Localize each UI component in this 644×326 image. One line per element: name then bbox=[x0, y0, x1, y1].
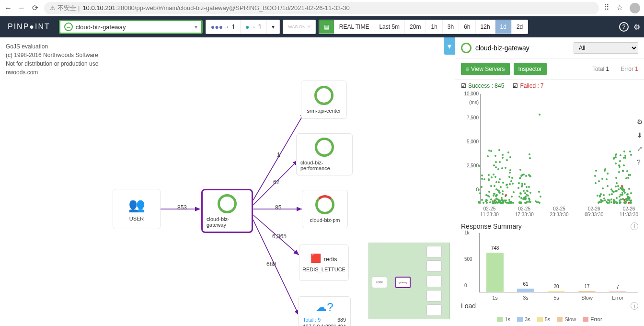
info-icon[interactable]: i bbox=[631, 222, 638, 230]
time-range-bar: ▤ REAL TIME Last 5m20m1h3h6h12h1d2d bbox=[319, 20, 529, 34]
range-2d[interactable]: 2d bbox=[512, 20, 528, 34]
star-icon[interactable]: ☆ bbox=[616, 3, 623, 13]
insecure-icon: ⚠ 不安全 | bbox=[50, 4, 80, 12]
range-3h[interactable]: 3h bbox=[443, 20, 459, 34]
side-panel: ▾ cloud-biz-gateway All ≡ View Servers I… bbox=[455, 37, 644, 326]
url-path: :28080/pp-web/#/main/cloud-biz-gateway@S… bbox=[115, 4, 350, 12]
flow-dropdown[interactable]: ▾ bbox=[267, 20, 279, 34]
was-only[interactable]: WAS ONLY bbox=[283, 20, 316, 34]
forward-icon[interactable]: → bbox=[17, 4, 26, 12]
response-bar-chart: 05001k7481s613s205s17Slow7Error bbox=[479, 233, 638, 292]
range-Last 5m[interactable]: Last 5m bbox=[374, 20, 405, 34]
response-summary-title: Response Summary bbox=[461, 222, 522, 230]
chevron-down-icon: ▾ bbox=[195, 23, 197, 30]
pinpoint-logo: PINP●INT bbox=[8, 23, 50, 31]
info-icon[interactable]: i bbox=[631, 302, 638, 310]
inspector-button[interactable]: Inspector bbox=[514, 63, 547, 75]
help-icon[interactable]: ? bbox=[619, 22, 629, 32]
browser-chrome: ← → ⟳ ⚠ 不安全 | 10.0.10.201 :28080/pp-web/… bbox=[0, 0, 644, 16]
edge-label: 85 bbox=[275, 204, 281, 211]
side-title: cloud-biz-gateway bbox=[475, 44, 529, 52]
app-selector-label: cloud-biz-gateway bbox=[76, 23, 126, 31]
range-1h[interactable]: 1h bbox=[426, 20, 442, 34]
flow-out[interactable]: ●→1 bbox=[241, 20, 267, 34]
node-srm[interactable]: srm-api-center bbox=[301, 81, 347, 119]
edge-label: 689 bbox=[266, 261, 276, 268]
range-20m[interactable]: 20m bbox=[405, 20, 426, 34]
back-icon[interactable]: ← bbox=[4, 4, 12, 12]
profile-icon[interactable] bbox=[630, 3, 640, 13]
node-user[interactable]: 👥USER bbox=[113, 189, 161, 229]
minimap[interactable]: USER gateway bbox=[368, 243, 450, 319]
app-toolbar: PINP●INT cloud-biz-gateway ▾ ●●●→1 ●→1 ▾… bbox=[0, 16, 644, 37]
reload-icon[interactable]: ⟳ bbox=[31, 4, 39, 12]
flow-in[interactable]: ●●●→1 bbox=[206, 20, 241, 34]
browser-right-icons: ⠿ ☆ bbox=[604, 3, 640, 13]
spring-icon bbox=[461, 43, 472, 53]
node-perf[interactable]: cloud-biz-performance bbox=[296, 133, 353, 175]
service-map[interactable]: GoJS evaluation(c) 1998-2016 Northwoods … bbox=[0, 37, 455, 326]
app-selector[interactable]: cloud-biz-gateway ▾ bbox=[59, 20, 203, 34]
gear-icon[interactable]: ⚙ bbox=[633, 23, 640, 32]
node-unknown[interactable]: ☁?Total : 9689127.0.0.1:8831494127.0.0.1… bbox=[298, 296, 351, 326]
load-legend: 1s3s5sSlowError bbox=[455, 313, 644, 326]
side-toggle[interactable]: ▾ bbox=[444, 37, 455, 55]
failed-checkbox[interactable]: ☑ Failed : 7 bbox=[513, 82, 543, 89]
scatter-chart[interactable]: 02,5005,0007,50010,000(ms) bbox=[480, 94, 638, 204]
flow-controls: ●●●→1 ●→1 ▾ bbox=[206, 20, 280, 34]
edge-label: 62 bbox=[273, 179, 279, 186]
range-6h[interactable]: 6h bbox=[459, 20, 475, 34]
realtime-button[interactable]: REAL TIME bbox=[334, 20, 375, 34]
view-servers-button[interactable]: ≡ View Servers bbox=[461, 63, 510, 75]
server-filter-select[interactable]: All bbox=[574, 42, 638, 54]
node-redis[interactable]: 🟥 redisREDIS_LETTUCE bbox=[299, 244, 349, 281]
edge-label: 1 bbox=[277, 151, 280, 158]
node-gw[interactable]: cloud-biz-gateway bbox=[201, 189, 253, 233]
translate-icon[interactable]: ⠿ bbox=[604, 3, 610, 13]
edge-label: 853 bbox=[177, 204, 187, 211]
spring-icon bbox=[64, 23, 73, 31]
node-pm[interactable]: cloud-biz-pm bbox=[302, 190, 348, 228]
edge-label: 6,365 bbox=[272, 233, 287, 240]
load-title: Load bbox=[461, 302, 476, 310]
success-checkbox[interactable]: ☑ Success : 845 bbox=[461, 82, 504, 89]
calendar-icon[interactable]: ▤ bbox=[319, 20, 334, 34]
url-host: 10.0.10.201 bbox=[82, 4, 115, 12]
range-12h[interactable]: 12h bbox=[476, 20, 495, 34]
range-1d[interactable]: 1d bbox=[495, 20, 512, 34]
address-bar[interactable]: ⚠ 不安全 | 10.0.10.201 :28080/pp-web/#/main… bbox=[44, 2, 599, 14]
